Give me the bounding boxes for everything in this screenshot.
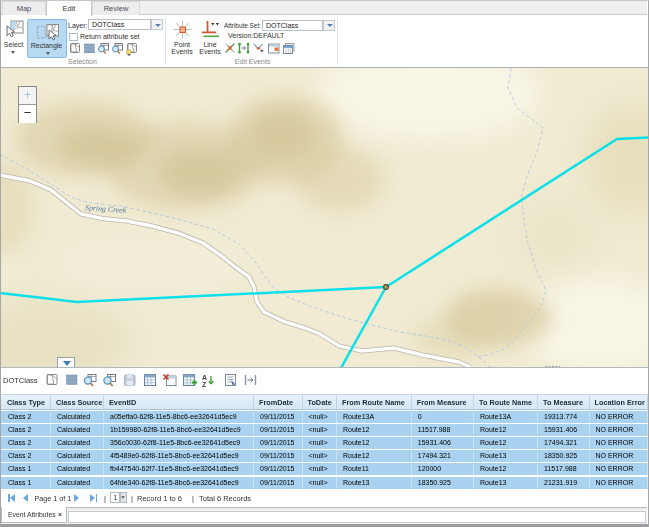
svg-text:Z: Z bbox=[202, 381, 207, 388]
